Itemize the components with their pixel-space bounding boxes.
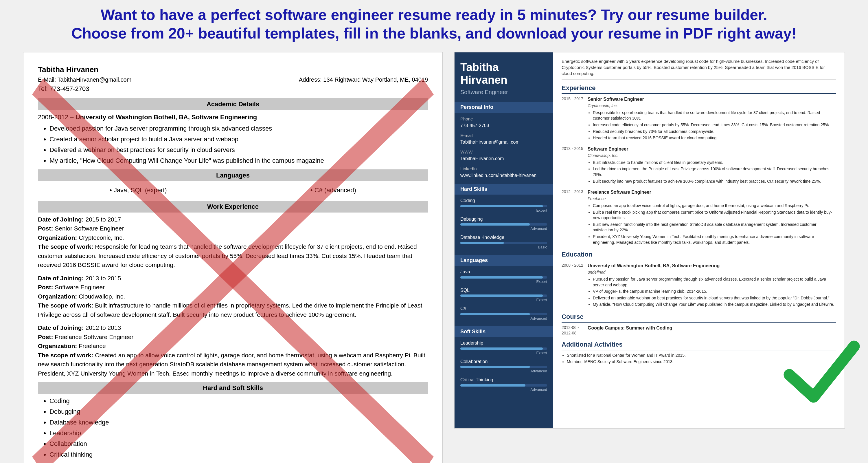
list-item: Pursued my passion for Java server progr… [593,277,836,288]
table-row: 2013 - 2015 Software Engineer Cloudwallo… [562,146,836,185]
list-item: Built a real time stock picking app that… [593,210,836,221]
linkedin-value: www.linkedin.com/in/tabitha-hirvanen [460,172,547,179]
skill-name: Leadership [460,340,547,346]
skill-name: Coding [460,198,547,204]
left-academic-title: Academic Details [38,98,428,110]
experience-section-title: Experience [562,84,836,94]
list-item: My article, "How Cloud Computing Will Ch… [50,156,428,165]
exp-title: University of Washington Bothell, BA, So… [588,263,836,269]
right-main: Energetic software engineer with 5 years… [553,52,844,428]
education-list: 2008 - 2012 University of Washington Bot… [562,263,836,308]
exp-content: Freelance Software Engineer Freelance Co… [588,189,836,246]
soft-skills-list: Leadership Expert Collaboration Advanced… [460,340,547,392]
left-work-entry-2: Date of Joining: 2013 to 2015 Post: Soft… [38,273,428,319]
list-item: Member, IAENG Society of Software Engine… [567,359,836,365]
skill-bar-bg [460,366,547,368]
skill-level: Expert [460,208,547,213]
left-name: Tabitha Hirvanen [38,64,428,75]
skill-bar-bg [460,276,547,279]
course-section-title: Course [562,312,836,323]
skill-item: SQL Expert [460,287,547,303]
course-dates: 2012-06 - 2012-08 [562,325,588,336]
personal-info-section: Personal Info [455,102,553,113]
skill-bar-fill [460,242,504,244]
phone-value: 773-457-2703 [460,122,547,129]
list-item: Collaboration [50,439,428,448]
right-resume: Tabitha Hirvanen Software Engineer Perso… [454,52,845,429]
table-row: 2012 - 2013 Freelance Software Engineer … [562,189,836,246]
list-item: Led the drive to implement the Principle… [593,166,836,177]
list-item: Shortlisted for a National Center for Wo… [567,353,836,358]
list-item: Built security into new product features… [593,179,836,184]
list-item: Delivered an actionable webinar on best … [593,295,836,301]
skill-level: Advanced [460,226,547,231]
header-line2: Choose from 20+ beautiful templates, fil… [11,24,857,44]
left-lang-2: • C# (advanced) [310,185,356,195]
skill-bar-bg [460,223,547,226]
list-item: Debugging [50,407,428,416]
skill-item: Leadership Expert [460,340,547,355]
skill-item: Java Expert [460,269,547,284]
left-skills-title: Hard and Soft Skills [38,382,428,394]
exp-title: Freelance Software Engineer [588,189,836,196]
left-tel: Tel: 773-457-2703 [38,84,428,93]
table-row: 2015 - 2017 Senior Software Engineer Cry… [562,96,836,142]
exp-company: Cryptoconic, Inc. [588,103,836,109]
left-work-title: Work Experience [38,201,428,212]
skill-bar-fill [460,294,543,297]
list-item: Leadership [50,428,428,438]
left-contact: E-Mail: TabithaHirvanen@gmail.com Addres… [38,75,428,84]
skill-item: Collaboration Advanced [460,358,547,374]
additional-section-title: Additional Activities [562,340,836,350]
list-item: Responsible for spearheading teams that … [593,110,836,121]
list-item: Critical thinking [50,450,428,459]
skill-name: SQL [460,287,547,294]
hard-skills-section: Hard Skills [455,184,553,195]
skill-bar-fill [460,313,530,315]
left-resume: Tabitha Hirvanen E-Mail: TabithaHirvanen… [23,52,443,463]
exp-dates: 2008 - 2012 [562,263,588,308]
experience-list: 2015 - 2017 Senior Software Engineer Cry… [562,96,836,246]
skill-item: Critical Thinking Advanced [460,377,547,392]
right-summary: Energetic software engineer with 5 years… [562,58,836,80]
skill-level: Expert [460,297,547,302]
right-sidebar: Tabitha Hirvanen Software Engineer Perso… [455,52,553,428]
list-item: Headed team that received 2016 BOSSIE aw… [593,135,836,141]
left-lang-1: • Java, SQL (expert) [110,185,167,195]
www-label: WWW [460,149,547,155]
skill-bar-fill [460,205,543,207]
left-languages: • Java, SQL (expert) • C# (advanced) [38,183,428,197]
skill-level: Advanced [460,316,547,321]
list-item: Coding [50,396,428,406]
skill-bar-bg [460,242,547,244]
exp-content: Senior Software Engineer Cryptoconic, In… [588,96,836,142]
skill-item: Debugging Advanced [460,216,547,232]
left-languages-title: Languages [38,169,428,181]
list-item: Delivered a webinar on best practices fo… [50,145,428,155]
hard-skills-list: Coding Expert Debugging Advanced Databas… [460,198,547,250]
languages-section: Languages [455,255,553,266]
skill-item: C# Advanced [460,306,547,321]
exp-bullets: Responsible for spearheading teams that … [588,110,836,141]
left-academic-bullets: Developed passion for Java server progra… [38,124,428,165]
right-resume-wrapper: Tabitha Hirvanen Software Engineer Perso… [454,52,845,429]
list-item: Composed an app to allow voice control o… [593,203,836,209]
left-skills-list: Coding Debugging Database knowledge Lead… [38,396,428,459]
additional-bullets: Shortlisted for a National Center for Wo… [562,353,836,365]
exp-dates: 2013 - 2015 [562,146,588,185]
skill-bar-fill [460,276,543,279]
left-work-entry-3: Date of Joining: 2012 to 2013 Post: Free… [38,323,428,378]
exp-title: Software Engineer [588,146,836,152]
list-item: Built new search functionality into the … [593,222,836,233]
left-email: TabithaHirvanen@gmail.com [57,77,131,83]
list-item: Increased code efficiency of customer po… [593,122,836,128]
right-name: Tabitha Hirvanen [460,61,547,86]
skill-bar-fill [460,366,530,368]
skill-name: Critical Thinking [460,377,547,383]
list-item: Created a senior scholar project to buil… [50,134,428,144]
skill-bar-bg [460,384,547,386]
skill-name: Database Knowledge [460,234,547,241]
skill-bar-fill [460,223,530,226]
exp-company: Freelance [588,196,836,202]
right-title: Software Engineer [460,88,547,96]
